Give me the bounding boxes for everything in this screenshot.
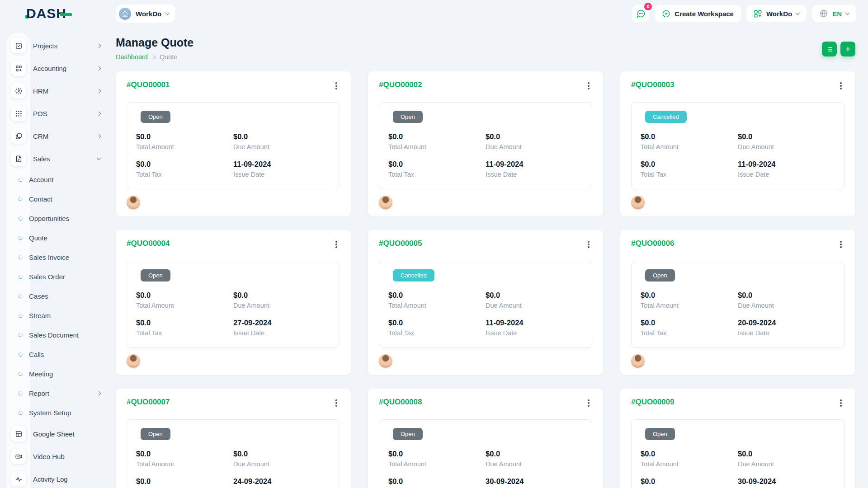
list-view-button[interactable] — [822, 42, 837, 56]
sidebar-subitem[interactable]: Opportunities — [0, 209, 116, 228]
quote-id-link[interactable]: #QUO00009 — [631, 398, 674, 407]
status-badge: Open — [141, 428, 170, 440]
bullet-icon — [18, 177, 23, 182]
stat-total-tax: $0.0 Total Tax — [641, 477, 738, 488]
workspace-avatar — [119, 8, 131, 20]
language-label: EN — [832, 10, 842, 18]
quote-card: #QUO00009 Open $0.0 Total Amount $0.0 Du… — [620, 389, 855, 488]
quote-detail-panel: Open $0.0 Total Amount $0.0 Due Amount $… — [127, 419, 340, 488]
sidebar-subitem[interactable]: Account — [0, 170, 116, 189]
workspace-switcher[interactable]: WorkDo — [116, 5, 175, 23]
language-menu[interactable]: EN — [812, 5, 856, 22]
bullet-icon — [18, 391, 23, 395]
status-badge: Open — [141, 111, 170, 123]
projects-icon — [11, 38, 26, 53]
breadcrumb-current: Quote — [160, 53, 178, 61]
quote-id-link[interactable]: #QUO00002 — [379, 80, 422, 89]
main-content: Manage Quote Dashboard Quote #QUO00001 — [116, 27, 868, 488]
quote-detail-panel: Open $0.0 Total Amount $0.0 Due Amount $… — [127, 261, 340, 348]
sidebar-subitem[interactable]: Report — [0, 384, 116, 403]
messages-button[interactable]: 0 — [632, 5, 649, 22]
sidebar-subitem[interactable]: Meeting — [0, 364, 116, 384]
stat-issue-date: 11-09-2024 Issue Date — [233, 160, 330, 178]
chevron-right-icon — [97, 66, 101, 70]
grid-plus-icon — [754, 9, 762, 18]
chevron-right-icon — [97, 391, 101, 396]
bullet-icon — [18, 274, 23, 279]
sidebar-item-crm[interactable]: CRM — [0, 125, 116, 147]
sidebar-subitem[interactable]: System Setup — [0, 403, 116, 422]
stat-due-amount: $0.0 Due Amount — [486, 450, 583, 468]
status-badge: Open — [645, 269, 675, 282]
globe-icon — [819, 9, 828, 18]
stat-due-amount: $0.0 Due Amount — [233, 450, 330, 468]
chevron-down-icon — [165, 11, 170, 15]
kebab-menu-icon[interactable] — [837, 80, 844, 91]
sidebar-subitem[interactable]: Sales Order — [0, 267, 116, 286]
quote-card: #QUO00005 Cancelled $0.0 Total Amount $0… — [368, 230, 603, 375]
quote-id-link[interactable]: #QUO00008 — [379, 398, 422, 407]
quote-id-link[interactable]: #QUO00004 — [127, 239, 170, 248]
kebab-menu-icon[interactable] — [333, 80, 340, 91]
bullet-icon — [18, 216, 23, 221]
quote-id-link[interactable]: #QUO00005 — [379, 239, 422, 248]
sidebar-item-google-sheet[interactable]: Google Sheet — [0, 422, 116, 445]
stat-due-amount: $0.0 Due Amount — [486, 132, 583, 150]
sidebar-subitem[interactable]: Contact — [0, 189, 116, 209]
sales-icon — [11, 151, 26, 166]
stat-total-tax: $0.0 Total Tax — [136, 477, 233, 488]
stat-total-tax: $0.0 Total Tax — [136, 319, 233, 337]
kebab-menu-icon[interactable] — [333, 239, 340, 250]
customer-avatar[interactable] — [631, 354, 645, 368]
quote-card: #QUO00008 Open $0.0 Total Amount $0.0 Du… — [368, 389, 603, 488]
bullet-icon — [18, 197, 23, 201]
kebab-menu-icon[interactable] — [837, 239, 844, 250]
quote-id-link[interactable]: #QUO00007 — [127, 398, 170, 407]
pos-icon — [11, 106, 26, 121]
sidebar-item-hrm[interactable]: HRM — [0, 80, 116, 102]
account-menu[interactable]: WorkDo — [746, 5, 807, 22]
add-quote-button[interactable] — [840, 42, 855, 56]
quote-card: #QUO00001 Open $0.0 Total Amount $0.0 Du… — [116, 71, 351, 216]
stat-total-amount: $0.0 Total Amount — [136, 132, 233, 150]
kebab-menu-icon[interactable] — [585, 80, 592, 91]
kebab-menu-icon[interactable] — [333, 398, 340, 408]
sidebar-item-sales[interactable]: Sales — [0, 147, 116, 170]
sidebar-subitem[interactable]: Sales Document — [0, 325, 116, 345]
breadcrumb-dashboard-link[interactable]: Dashboard — [116, 53, 148, 61]
quote-id-link[interactable]: #QUO00003 — [631, 80, 674, 89]
quote-detail-panel: Cancelled $0.0 Total Amount $0.0 Due Amo… — [631, 102, 844, 189]
quote-id-link[interactable]: #QUO00006 — [631, 239, 674, 248]
chevron-right-icon — [97, 89, 101, 93]
sidebar-subitem[interactable]: Quote — [0, 228, 116, 248]
stat-issue-date: 24-09-2024 Issue Date — [233, 477, 330, 488]
customer-avatar[interactable] — [631, 196, 645, 209]
sidebar-item-accounting[interactable]: Accounting — [0, 57, 116, 80]
sidebar-item-projects[interactable]: Projects — [0, 34, 116, 57]
quote-detail-panel: Open $0.0 Total Amount $0.0 Due Amount $… — [379, 419, 592, 488]
app-logo[interactable]: DASH — [0, 6, 116, 21]
hrm-icon — [11, 83, 26, 99]
sidebar-subitem[interactable]: Cases — [0, 286, 116, 306]
page-title: Manage Quote — [116, 36, 193, 49]
quote-detail-panel: Open $0.0 Total Amount $0.0 Due Amount $… — [379, 102, 592, 189]
customer-avatar[interactable] — [127, 354, 140, 368]
kebab-menu-icon[interactable] — [585, 239, 592, 250]
sidebar-item-activity-log[interactable]: Activity Log — [0, 468, 116, 488]
stat-due-amount: $0.0 Due Amount — [486, 291, 583, 309]
stat-total-tax: $0.0 Total Tax — [388, 319, 486, 337]
sidebar-item-pos[interactable]: POS — [0, 102, 116, 125]
sidebar-item-video-hub[interactable]: Video Hub — [0, 445, 116, 468]
customer-avatar[interactable] — [379, 196, 392, 209]
kebab-menu-icon[interactable] — [585, 398, 592, 408]
sidebar-subitem[interactable]: Sales Invoice — [0, 248, 116, 267]
quote-id-link[interactable]: #QUO00001 — [127, 80, 170, 89]
sidebar-subitem[interactable]: Calls — [0, 345, 116, 364]
customer-avatar[interactable] — [127, 196, 140, 209]
quote-detail-panel: Open $0.0 Total Amount $0.0 Due Amount $… — [631, 261, 844, 348]
create-workspace-button[interactable]: Create Workspace — [655, 5, 741, 22]
sidebar-subitem[interactable]: Stream — [0, 306, 116, 325]
customer-avatar[interactable] — [379, 354, 392, 368]
kebab-menu-icon[interactable] — [837, 398, 844, 408]
status-badge: Open — [645, 428, 675, 440]
